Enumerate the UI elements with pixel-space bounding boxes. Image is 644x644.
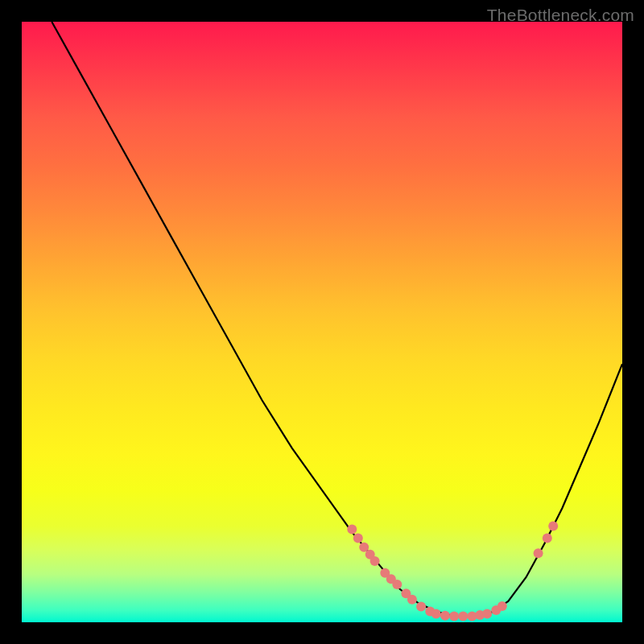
data-point	[416, 602, 426, 612]
data-point	[347, 524, 357, 534]
data-point	[370, 556, 380, 566]
data-point	[392, 580, 402, 589]
data-point	[482, 609, 492, 619]
data-point	[440, 611, 450, 621]
data-point	[458, 612, 468, 621]
data-point	[449, 612, 459, 621]
data-point	[407, 595, 417, 605]
data-point	[548, 522, 558, 531]
data-point	[431, 609, 441, 619]
data-point	[497, 601, 507, 611]
chart-svg	[22, 22, 622, 622]
data-point	[543, 534, 552, 543]
data-point	[534, 548, 543, 558]
data-point	[353, 534, 363, 543]
data-points-group	[347, 522, 558, 621]
bottleneck-curve	[52, 22, 622, 617]
